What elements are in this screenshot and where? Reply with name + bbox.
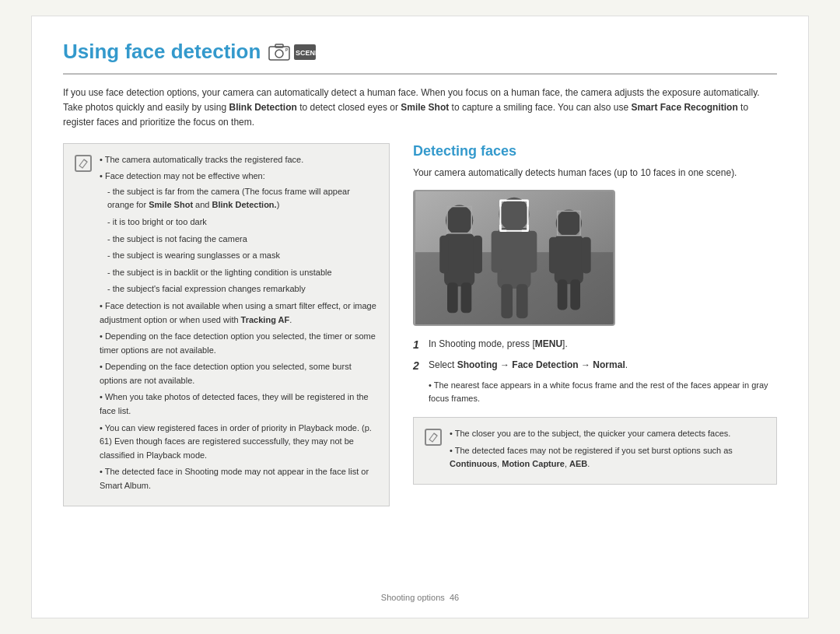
note-item-6: When you take photos of detected faces, …: [100, 391, 378, 418]
note-content: The camera automatically tracks the regi…: [100, 153, 378, 496]
right-note-item-1: The closer you are to the subject, the q…: [450, 427, 765, 441]
pencil-icon: [78, 158, 89, 169]
svg-rect-11: [439, 235, 449, 273]
scene-icon: SCENE: [293, 44, 317, 61]
right-note-item-2: The detected faces may not be registered…: [450, 444, 765, 471]
title-icons: P SCENE: [268, 44, 317, 61]
svg-rect-24: [582, 236, 591, 273]
svg-rect-18: [527, 231, 537, 273]
svg-point-21: [556, 209, 582, 236]
step-2: 2 Select Shooting → Face Detection → Nor…: [413, 358, 777, 374]
sub-item-1: the subject is far from the camera (The …: [107, 185, 378, 212]
svg-point-9: [446, 205, 473, 235]
note-item-7: You can view registered faces in order o…: [100, 422, 378, 463]
page-title: Using face detection P SCENE: [63, 40, 777, 64]
svg-rect-14: [461, 282, 472, 313]
note-item-8: The detected face in Shooting mode may n…: [100, 465, 378, 492]
face-detection-illustration: [415, 191, 614, 324]
section-title: Detecting faces: [413, 143, 777, 159]
note-item-1: The camera automatically tracks the regi…: [100, 153, 378, 167]
step-1: 1 In Shooting mode, press [MENU].: [413, 337, 777, 353]
step-2-bullet: The nearest face appears in a white focu…: [413, 379, 777, 406]
page-footer: Shooting options 46: [63, 587, 777, 602]
svg-rect-22: [555, 234, 583, 284]
note-item-2: Face detection may not be effective when…: [100, 170, 378, 296]
svg-rect-25: [558, 279, 568, 310]
section-description: Your camera automatically detects human …: [413, 166, 777, 180]
right-note-box: The closer you are to the subject, the q…: [413, 417, 777, 485]
page-container: Using face detection P SCENE If you use …: [31, 16, 809, 618]
sub-item-3: the subject is not facing the camera: [107, 233, 378, 247]
right-note-icon: [425, 429, 442, 446]
main-content: The camera automatically tracks the regi…: [63, 143, 777, 579]
footer-text: Shooting options: [381, 593, 445, 602]
svg-line-6: [84, 159, 87, 162]
svg-rect-16: [498, 228, 531, 289]
step-2-number: 2: [413, 358, 424, 374]
left-column: The camera automatically tracks the regi…: [63, 143, 390, 579]
sub-item-6: the subject's facial expression changes …: [107, 282, 378, 296]
page-number: 46: [450, 593, 459, 602]
camera-p-icon: P: [268, 44, 290, 61]
title-text: Using face detection: [63, 40, 261, 64]
svg-line-38: [434, 433, 437, 436]
right-pencil-icon: [428, 432, 439, 443]
svg-rect-20: [516, 284, 528, 318]
note-item-4: Depending on the face detection option y…: [100, 330, 378, 357]
note-item-3: Face detection is not available when usi…: [100, 299, 378, 327]
step-1-number: 1: [413, 337, 424, 353]
right-note-content: The closer you are to the subject, the q…: [450, 427, 765, 475]
svg-rect-12: [473, 235, 482, 273]
note-item-5: Depending on the face detection option y…: [100, 360, 378, 387]
step-1-text: In Shooting mode, press [MENU].: [429, 337, 568, 353]
right-column: Detecting faces Your camera automaticall…: [413, 143, 777, 579]
step-2-text: Select Shooting → Face Detection → Norma…: [429, 358, 628, 374]
page-header: Using face detection P SCENE: [63, 40, 777, 75]
sub-item-4: the subject is wearing sunglasses or a m…: [107, 249, 378, 263]
steps-list: 1 In Shooting mode, press [MENU]. 2 Sele…: [413, 337, 777, 406]
sub-item-2: it is too bright or too dark: [107, 215, 378, 229]
svg-rect-17: [492, 231, 502, 273]
svg-text:SCENE: SCENE: [296, 49, 317, 57]
left-note-box: The camera automatically tracks the regi…: [63, 143, 390, 506]
svg-rect-2: [275, 44, 283, 47]
svg-text:P: P: [285, 47, 289, 52]
camera-viewfinder: [413, 190, 615, 326]
intro-paragraph: If you use face detection options, your …: [63, 86, 777, 131]
svg-point-1: [275, 50, 283, 58]
note-icon: [75, 155, 92, 172]
sub-item-5: the subject is in backlit or the lightin…: [107, 266, 378, 280]
svg-rect-26: [570, 279, 580, 310]
svg-rect-13: [447, 282, 458, 313]
svg-rect-19: [501, 284, 513, 318]
svg-rect-23: [549, 236, 558, 273]
svg-point-15: [499, 198, 529, 231]
